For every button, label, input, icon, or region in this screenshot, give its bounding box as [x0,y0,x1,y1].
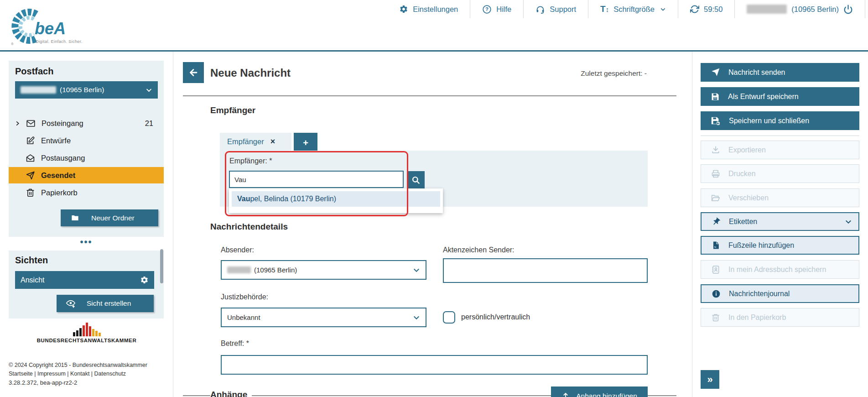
floppy-close-icon [711,116,721,126]
redacted-user-name [747,5,787,14]
subject-label: Betreff: * [221,340,249,348]
new-folder-label: Neuer Ordner [91,214,135,222]
sidebar-item-postausgang[interactable]: Postausgang [26,150,166,166]
version-label: 3.28.2.372, bea-app-rz2-2 [9,379,77,386]
sidebar-item-entwuerfe[interactable]: Entwürfe [26,132,166,149]
message-journal-button[interactable]: Nachrichtenjournal [701,284,859,303]
sidebar-scrollbar[interactable] [160,249,163,283]
nav-help[interactable]: ? Hilfe [470,0,524,18]
headset-icon [535,5,545,14]
sender-select[interactable]: (10965 Berlin) [221,260,426,280]
help-icon: ? [482,5,492,14]
export-label: Exportieren [728,146,766,154]
nav-settings[interactable]: Einstellungen [387,0,470,18]
labels-button[interactable]: Etiketten [701,212,859,231]
unread-count: 21 [145,119,153,128]
close-icon[interactable]: × [270,137,275,146]
folder-label: Entwürfe [41,136,71,145]
subject-input[interactable] [221,355,648,375]
eye-plus-icon [66,298,76,308]
gear-icon [399,5,408,14]
details-heading: Nachrichtendetails [210,222,288,232]
chevron-down-icon [413,266,420,274]
addressbook-button[interactable]: In mein Adressbuch speichern [701,260,859,279]
add-recipient-tab[interactable]: + [294,133,317,153]
folder-open-icon [711,193,720,203]
svg-text:?: ? [485,6,489,12]
folder-icon [71,214,79,222]
send-message-button[interactable]: Nachricht senden [701,63,859,82]
create-view-button[interactable]: Sicht erstellen [57,295,154,312]
plus-icon: + [303,138,308,148]
folder-label: Posteingang [42,119,83,128]
nav-user[interactable]: (10965 Berlin) [735,0,865,18]
back-button[interactable] [183,62,204,83]
mailbox-location: (10965 Berlin) [60,86,104,94]
envelope-open-icon [26,153,35,163]
chevron-down-icon [845,218,852,225]
nav-fontsize[interactable]: T↕ Schriftgröße [588,0,678,18]
to-trash-button[interactable]: In den Papierkorb [701,308,859,327]
attachments-heading: Anhänge [210,390,252,397]
confidential-checkbox[interactable] [443,311,455,324]
sidebar-expander[interactable]: ••• [9,239,164,245]
authority-select[interactable]: Unbekannt [221,308,426,327]
rail-divider [701,136,859,136]
nav-settings-label: Einstellungen [413,5,458,14]
nav-support-label: Support [550,5,576,14]
add-footer-button[interactable]: Fußzeile hinzufügen [701,236,859,255]
envelope-icon [26,119,36,128]
header-nav: Einstellungen ? Hilfe Support T↕ Schrift… [387,0,868,18]
sidebar-item-papierkorb[interactable]: Papierkorb [26,184,166,201]
add-attachment-button[interactable]: Anhang hinzufügen [551,387,648,397]
footer-links[interactable]: Startseite | Impressum | Kontakt | Daten… [9,371,126,377]
save-draft-button[interactable]: Als Entwurf speichern [701,87,859,106]
double-chevron-icon: » [707,374,712,386]
mailbox-selector[interactable]: (10965 Berlin) [15,81,158,99]
recipient-tab[interactable]: Empfänger × [220,133,291,151]
search-icon [411,176,420,184]
move-button[interactable]: Verschieben [701,188,859,207]
save-close-button[interactable]: Speichern und schließen [701,111,859,130]
pencil-square-icon [26,136,35,146]
sichten-heading: Sichten [15,255,48,266]
registered-mark: ® [11,42,14,46]
info-icon [712,289,721,298]
chevron-down-icon [146,87,152,94]
autocomplete-suggestion[interactable]: Vaupel, Belinda (10179 Berlin) [232,191,440,207]
reference-input[interactable] [443,258,648,283]
suggestion-rest: pel, Belinda (10179 Berlin) [250,195,336,203]
sidebar-item-posteingang[interactable]: Posteingang 21 [15,115,155,131]
nav-support[interactable]: Support [524,0,588,18]
sidebar-item-gesendet-active[interactable]: Gesendet [9,167,164,183]
ansicht-bar[interactable]: Ansicht [15,271,154,289]
print-button[interactable]: Drucken [701,164,859,183]
trash-icon [26,188,35,198]
collapse-rail-button[interactable]: » [701,370,719,389]
gear-icon[interactable] [140,276,149,284]
main-content: Neue Nachricht Zuletzt gespeichert: - Em… [174,52,692,397]
save-close-label: Speichern und schließen [729,117,809,125]
copyright-line: © 2024 Copyright 2015 - Bundesrechtsanwa… [9,362,147,368]
power-icon[interactable] [843,5,853,14]
search-button[interactable] [407,171,425,188]
nav-session-timer[interactable]: 59:50 [678,0,735,18]
chevron-down-icon [660,6,666,12]
addressbook-label: In mein Adressbuch speichern [728,266,826,274]
recipient-search-input[interactable] [229,171,404,188]
add-attachment-label: Anhang hinzufügen [576,392,637,397]
add-footer-label: Fußzeile hinzufügen [728,241,794,250]
refresh-icon [690,5,699,14]
pin-icon [712,217,721,226]
floppy-icon [711,92,720,101]
redacted-sender-name [227,266,251,273]
new-folder-button[interactable]: Neuer Ordner [61,209,158,226]
export-button[interactable]: Exportieren [701,141,859,159]
chevron-right-icon[interactable] [15,121,20,126]
recipient-tab-label: Empfänger [227,137,264,146]
bea-logo-text: beA [35,19,66,38]
paper-plane-icon [711,68,720,77]
bea-logo: beA ® Digital. Einfach. Sicher. [8,4,99,48]
postfach-panel: Postfach (10965 Berlin) Posteingang 21 [9,61,164,237]
download-icon [711,146,720,155]
